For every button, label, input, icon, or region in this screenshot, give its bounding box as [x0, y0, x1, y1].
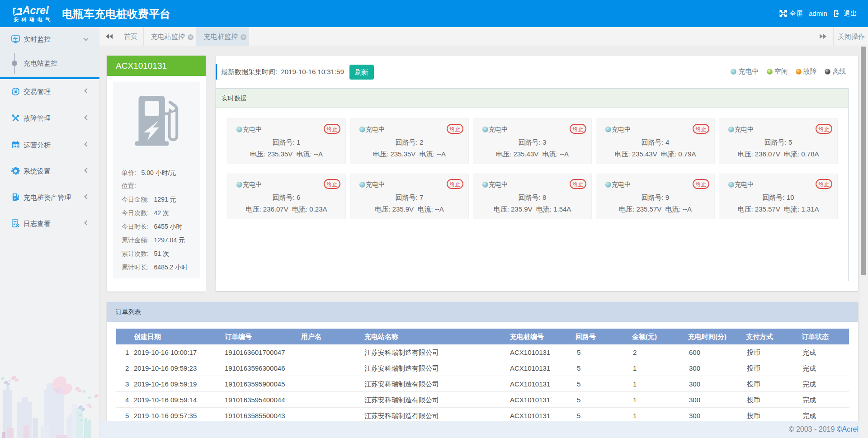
- svg-text:¥: ¥: [14, 89, 17, 94]
